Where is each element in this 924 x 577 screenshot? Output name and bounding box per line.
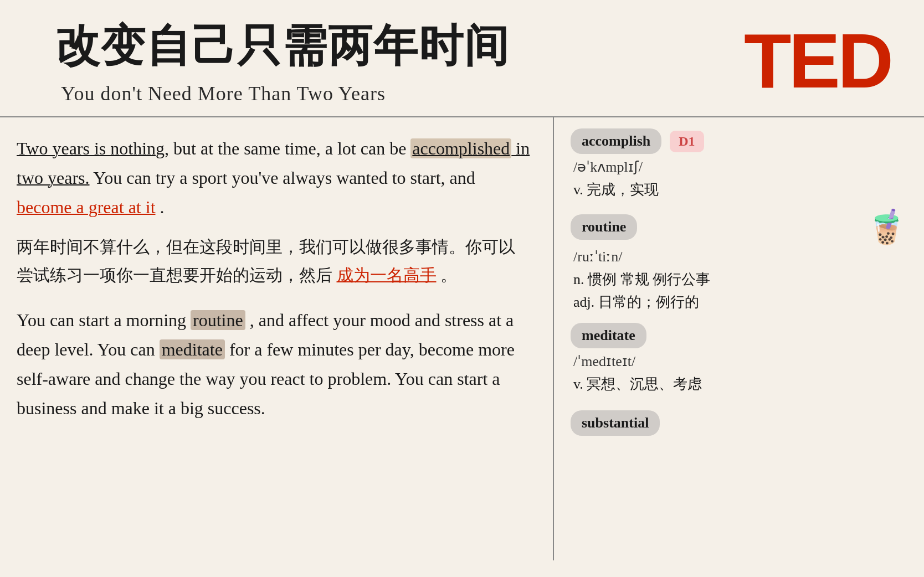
paragraph1-period: .: [160, 197, 165, 217]
word-card-accomplish: accomplish D1 /əˈkʌmplɪʃ/ v. 完成，实现: [571, 128, 907, 199]
sidebar: accomplish D1 /əˈkʌmplɪʃ/ v. 完成，实现 routi…: [554, 117, 924, 560]
accomplish-tag: accomplish: [571, 128, 661, 154]
main-content: Two years is nothing, but at the same ti…: [0, 117, 924, 560]
meditate-highlight: meditate: [160, 339, 225, 359]
chinese-link-1[interactable]: 成为一名高手: [337, 266, 437, 284]
ted-logo: TED: [744, 22, 891, 100]
routine-highlight: routine: [191, 310, 245, 330]
routine-tag: routine: [571, 214, 637, 240]
meditate-tag: meditate: [571, 323, 646, 348]
routine-definition-1: n. 惯例 常规 例行公事: [571, 270, 907, 289]
english-paragraph-1: Two years is nothing, but at the same ti…: [17, 134, 531, 221]
routine-phonetic: /ruːˈtiːn/: [571, 248, 907, 265]
english-title: You don't Need More Than Two Years: [55, 82, 510, 105]
substantial-tag: substantial: [571, 410, 660, 436]
chinese-title: 改变自己只需两年时间: [55, 17, 510, 76]
accomplish-phonetic: /əˈkʌmplɪʃ/: [571, 158, 907, 176]
routine-header: routine 🧋: [571, 210, 907, 244]
chinese-end-1: 。: [440, 266, 457, 284]
paragraph1-underline-start: Two years is nothing,: [17, 138, 169, 158]
d1-badge: D1: [670, 131, 704, 152]
paragraph1-text-2: You can try a sport you've always wanted…: [93, 168, 475, 188]
paragraph2-text-1: You can start a morning: [17, 310, 191, 330]
paragraph1-text-1: but at the same time, a lot can be: [173, 138, 410, 158]
become-great-link[interactable]: become a great at it: [17, 197, 156, 217]
accomplished-highlight: accomplished: [410, 138, 511, 158]
header: 改变自己只需两年时间 You don't Need More Than Two …: [0, 0, 924, 116]
text-panel: Two years is nothing, but at the same ti…: [0, 117, 554, 560]
english-paragraph-2: You can start a morning routine , and af…: [17, 306, 531, 423]
word-card-substantial: substantial: [571, 405, 907, 436]
meditate-header: meditate: [571, 323, 907, 348]
boba-icon: 🧋: [866, 210, 907, 244]
header-titles: 改变自己只需两年时间 You don't Need More Than Two …: [55, 17, 510, 105]
word-card-meditate: meditate /ˈmedɪteɪt/ v. 冥想、沉思、考虑: [571, 323, 907, 394]
meditate-definition: v. 冥想、沉思、考虑: [571, 374, 907, 394]
accomplish-header: accomplish D1: [571, 128, 907, 154]
chinese-paragraph-1: 两年时间不算什么，但在这段时间里，我们可以做很多事情。你可以尝试练习一项你一直想…: [17, 233, 531, 289]
accomplish-definition: v. 完成，实现: [571, 180, 907, 199]
routine-definition-2: adj. 日常的；例行的: [571, 292, 907, 312]
meditate-phonetic: /ˈmedɪteɪt/: [571, 353, 907, 370]
word-card-routine: routine 🧋 /ruːˈtiːn/ n. 惯例 常规 例行公事 adj. …: [571, 210, 907, 312]
